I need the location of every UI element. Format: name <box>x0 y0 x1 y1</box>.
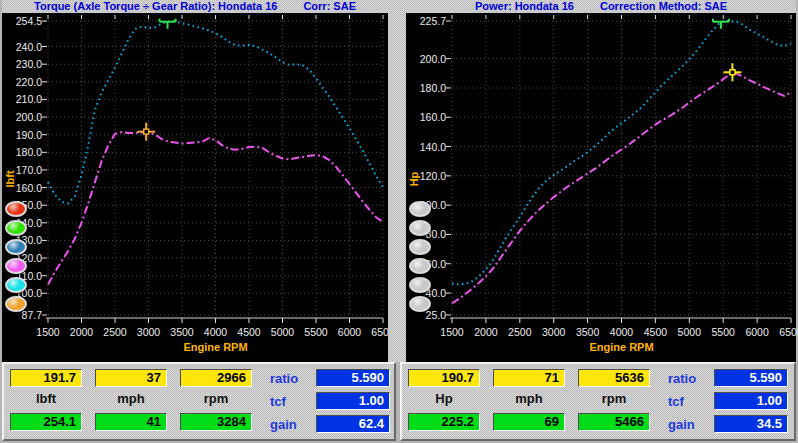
x-axis-tick-label: 5500 <box>706 326 740 338</box>
y-axis-tick-label: 240.0 <box>2 41 42 53</box>
x-axis-tick-label: 4000 <box>605 326 639 338</box>
torque-correction-label: Corr: SAE <box>303 0 356 13</box>
y-axis-tick-label: 190.0 <box>2 129 42 141</box>
x-axis-tick-label: 6000 <box>333 326 367 338</box>
power-correction-label: Correction Method: SAE <box>600 0 727 13</box>
x-axis-tick-label: 5000 <box>266 326 300 338</box>
gain-label: gain <box>668 417 712 432</box>
dyno-software-window: Torque (Axle Torque ÷ Gear Ratio): Honda… <box>0 0 798 443</box>
y-axis-tick-label: 225.7 <box>406 15 446 27</box>
y-axis-tick-label: 230.0 <box>2 58 42 70</box>
power-plot-area[interactable]: 225.7200.0180.0160.0140.0120.0100.080.06… <box>406 13 796 362</box>
ratio-label: ratio <box>270 371 314 386</box>
y-axis-tick-label: 200.0 <box>406 53 446 65</box>
x-axis-unit-label: Engine RPM <box>176 341 256 353</box>
run-power-magenta-curve <box>452 72 791 303</box>
gain-label: gain <box>270 417 314 432</box>
x-axis-unit-label: Engine RPM <box>582 341 662 353</box>
x-axis-tick-label: 6000 <box>740 326 774 338</box>
run-select-button-4[interactable] <box>5 258 27 274</box>
gain-value: 62.4 <box>316 415 390 433</box>
ratio-value: 5.590 <box>316 369 390 387</box>
torque-readout-panel: 191.7 37 2966 lbft mph rpm 254.1 41 3284… <box>2 362 396 441</box>
y-axis-tick-label: 160.0 <box>406 111 446 123</box>
peak-mph-value: 69 <box>493 413 565 431</box>
torque-chart-titlebar: Torque (Axle Torque ÷ Gear Ratio): Honda… <box>2 0 388 13</box>
x-axis-tick-label: 1500 <box>31 326 65 338</box>
peak-torque-value: 254.1 <box>10 413 82 431</box>
cursor-mph-value: 37 <box>95 369 167 387</box>
peak-mph-value: 41 <box>95 413 167 431</box>
run-select-button-5[interactable] <box>5 277 27 293</box>
cursor-torque-value: 191.7 <box>10 369 82 387</box>
x-axis-tick-label: 3500 <box>165 326 199 338</box>
y-axis-tick-label: 180.0 <box>2 146 42 158</box>
run-select-button-1[interactable] <box>409 201 431 217</box>
y-axis-unit-label: lbft <box>4 159 16 199</box>
x-axis-tick-label: 2500 <box>503 326 537 338</box>
plot-canvas <box>406 13 796 362</box>
plot-canvas <box>2 13 388 362</box>
run-torque-cyan-curve <box>48 21 383 203</box>
power-chart-titlebar: Power: Hondata 16 Correction Method: SAE <box>406 0 796 13</box>
y-axis-tick-label: 25.0 <box>406 309 446 321</box>
tcf-label: tcf <box>270 394 314 409</box>
run-select-button-5[interactable] <box>409 277 431 293</box>
x-axis-tick-label: 2000 <box>65 326 99 338</box>
y-axis-unit-label: Hp <box>408 159 420 199</box>
tcf-label: tcf <box>668 394 712 409</box>
run-select-button-6[interactable] <box>5 296 27 312</box>
tcf-value: 1.00 <box>714 392 788 410</box>
y-axis-tick-label: 140.0 <box>406 141 446 153</box>
x-axis-tick-label: 3500 <box>571 326 605 338</box>
power-chart-panel: Power: Hondata 16 Correction Method: SAE… <box>406 0 796 362</box>
hp-unit-label: Hp <box>408 391 480 406</box>
chart-divider <box>388 0 406 362</box>
torque-chart-panel: Torque (Axle Torque ÷ Gear Ratio): Honda… <box>2 0 388 362</box>
gain-value: 34.5 <box>714 415 788 433</box>
x-axis-tick-label: 3000 <box>132 326 166 338</box>
run-select-button-1[interactable] <box>5 201 27 217</box>
run-select-button-2[interactable] <box>409 220 431 236</box>
torque-chart-title: Torque (Axle Torque ÷ Gear Ratio): Honda… <box>34 0 277 13</box>
torque-plot-area[interactable]: 254.5240.0230.0220.0210.0200.0190.0180.0… <box>2 13 388 362</box>
x-axis-tick-label: 5500 <box>299 326 333 338</box>
y-axis-tick-label: 180.0 <box>406 82 446 94</box>
mph-unit-label: mph <box>493 391 565 406</box>
peak-rpm-value: 5466 <box>578 413 650 431</box>
cursor-rpm-value: 5636 <box>578 369 650 387</box>
mph-unit-label: mph <box>95 391 167 406</box>
x-axis-tick-label: 4000 <box>199 326 233 338</box>
run-select-button-2[interactable] <box>5 220 27 236</box>
y-axis-tick-label: 200.0 <box>2 111 42 123</box>
cursor-rpm-value: 2966 <box>180 369 252 387</box>
ratio-label: ratio <box>668 371 712 386</box>
x-axis-tick-label: 2000 <box>469 326 503 338</box>
torque-unit-label: lbft <box>10 391 82 406</box>
run-select-button-3[interactable] <box>409 239 431 255</box>
run-power-cyan-curve <box>452 21 791 285</box>
run-select-button-6[interactable] <box>409 296 431 312</box>
peak-hp-value: 225.2 <box>408 413 480 431</box>
run-select-button-3[interactable] <box>5 239 27 255</box>
tcf-value: 1.00 <box>316 392 390 410</box>
cursor-mph-value: 71 <box>493 369 565 387</box>
y-axis-tick-label: 220.0 <box>2 76 42 88</box>
rpm-unit-label: rpm <box>578 391 650 406</box>
x-axis-tick-label: 1500 <box>435 326 469 338</box>
x-axis-tick-label: 5000 <box>672 326 706 338</box>
peak-rpm-value: 3284 <box>180 413 252 431</box>
power-chart-title: Power: Hondata 16 <box>475 0 574 13</box>
run-select-button-4[interactable] <box>409 258 431 274</box>
ratio-value: 5.590 <box>714 369 788 387</box>
x-axis-tick-label: 4500 <box>232 326 266 338</box>
x-axis-tick-label: 4500 <box>638 326 672 338</box>
power-readout-panel: 190.7 71 5636 Hp mph rpm 225.2 69 5466 r… <box>400 362 796 441</box>
x-axis-tick-label: 2500 <box>98 326 132 338</box>
y-axis-tick-label: 210.0 <box>2 93 42 105</box>
y-axis-tick-label: 254.5 <box>2 15 42 27</box>
x-axis-tick-label: 3000 <box>537 326 571 338</box>
cursor-hp-value: 190.7 <box>408 369 480 387</box>
x-axis-tick-label: 6500 <box>774 326 798 338</box>
y-axis-tick-label: 87.7 <box>2 309 42 321</box>
